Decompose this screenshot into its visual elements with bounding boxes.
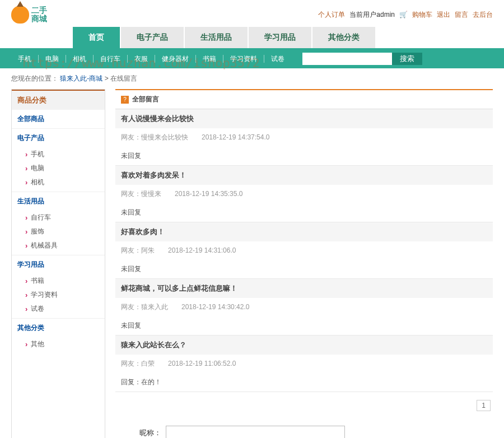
cart-link[interactable]: 购物车	[412, 10, 432, 20]
nav-tab[interactable]: 其他分类	[312, 27, 375, 48]
page-number[interactable]: 1	[477, 400, 491, 411]
logout-link[interactable]: 退出	[437, 10, 450, 20]
guestbook-link[interactable]: 留言	[455, 10, 468, 20]
message-title: 好喜欢多肉！	[115, 222, 493, 241]
sub-nav-link[interactable]: 衣服	[128, 55, 155, 63]
sub-nav-link[interactable]: 电脑	[39, 55, 66, 63]
logo-icon	[11, 6, 29, 24]
message-meta: 网友：白荣 2018-12-19 11:06:52.0	[115, 355, 493, 373]
message-title: 鲜花商城，可以多上点鲜花信息嘛！	[115, 279, 493, 298]
content: ? 全部留言 有人说慢慢来会比较快网友：慢慢来会比较快 2018-12-19 1…	[115, 89, 493, 438]
nav-tab[interactable]: 电子产品	[121, 27, 184, 48]
category-title[interactable]: 生活用品	[12, 192, 105, 211]
category-item[interactable]: 学习资料	[12, 288, 105, 302]
category-item[interactable]: 机械器具	[12, 239, 105, 253]
search-button[interactable]: 搜索	[392, 53, 422, 65]
nav-tab[interactable]: 首页	[73, 27, 120, 48]
message-meta: 网友：慢慢来会比较快 2018-12-19 14:37:54.0	[115, 128, 493, 147]
message-title: 喜欢对着多肉发呆！	[115, 166, 493, 185]
message-meta: 网友：猿来入此 2018-12-19 14:30:42.0	[115, 298, 493, 316]
category-title[interactable]: 学习用品	[12, 255, 105, 274]
sub-nav-link[interactable]: 手机	[11, 55, 39, 63]
sub-nav: 手机电脑相机自行车衣服健身器材书籍学习资料试卷 搜索	[0, 49, 504, 68]
pagination: 1	[115, 392, 493, 419]
backend-link[interactable]: 去后台	[473, 10, 493, 20]
category-title[interactable]: 全部商品	[12, 110, 105, 128]
category-title[interactable]: 电子产品	[12, 128, 105, 147]
search-input[interactable]	[302, 53, 392, 65]
section-icon: ?	[121, 96, 129, 104]
message-item: 鲜花商城，可以多上点鲜花信息嘛！网友：猿来入此 2018-12-19 14:30…	[115, 279, 493, 336]
message-title: 有人说慢慢来会比较快	[115, 109, 493, 128]
sub-nav-link[interactable]: 试卷	[264, 55, 291, 63]
message-meta: 网友：阿朱 2018-12-19 14:31:06.0	[115, 241, 493, 260]
category-item[interactable]: 手机	[12, 147, 105, 161]
message-title: 猿来入此站长在么？	[115, 336, 493, 355]
sub-nav-link[interactable]: 书籍	[196, 55, 223, 63]
nickname-label: 昵称：	[118, 426, 166, 438]
breadcrumb-current: 在线留言	[110, 74, 137, 82]
message-item: 喜欢对着多肉发呆！网友：慢慢来 2018-12-19 14:35:35.0未回复	[115, 166, 493, 222]
message-list: 有人说慢慢来会比较快网友：慢慢来会比较快 2018-12-19 14:37:54…	[115, 109, 493, 392]
breadcrumb-link[interactable]: 猿来入此-商城	[60, 74, 102, 82]
logo-text-2: 商城	[31, 15, 47, 23]
message-item: 有人说慢慢来会比较快网友：慢慢来会比较快 2018-12-19 14:37:54…	[115, 109, 493, 166]
sidebar: 商品分类 全部商品电子产品手机电脑相机生活用品自行车服饰机械器具学习用品书籍学习…	[11, 89, 105, 438]
category-item[interactable]: 服饰	[12, 225, 105, 239]
category-item[interactable]: 自行车	[12, 211, 105, 225]
message-meta: 网友：慢慢来 2018-12-19 14:35:35.0	[115, 185, 493, 203]
nickname-input[interactable]	[166, 426, 345, 438]
current-user-label: 当前用户admin	[349, 10, 395, 20]
category-item[interactable]: 其他	[12, 337, 105, 351]
nav-tab[interactable]: 生活用品	[185, 27, 248, 48]
sub-nav-link[interactable]: 学习资料	[223, 55, 264, 63]
section-title: 全部留言	[132, 95, 159, 104]
category-item[interactable]: 电脑	[12, 161, 105, 175]
logo-text-1: 二手	[31, 6, 47, 15]
cart-icon: 🛒	[399, 11, 408, 18]
sub-nav-link[interactable]: 自行车	[94, 55, 128, 63]
message-reply: 未回复	[115, 147, 493, 165]
message-item: 猿来入此站长在么？网友：白荣 2018-12-19 11:06:52.0回复：在…	[115, 336, 493, 392]
sidebar-header: 商品分类	[12, 90, 105, 110]
category-title[interactable]: 其他分类	[12, 318, 105, 337]
nav-tab[interactable]: 学习用品	[249, 27, 311, 48]
category-item[interactable]: 相机	[12, 175, 105, 189]
category-item[interactable]: 书籍	[12, 274, 105, 288]
personal-order-link[interactable]: 个人订单	[318, 10, 345, 20]
message-reply: 回复：在的！	[115, 373, 493, 392]
sub-nav-link[interactable]: 相机	[66, 55, 94, 63]
message-item: 好喜欢多肉！网友：阿朱 2018-12-19 14:31:06.0未回复	[115, 222, 493, 279]
message-form: 昵称： 留言内容： 提交留言	[115, 419, 493, 438]
message-reply: 未回复	[115, 316, 493, 335]
sub-nav-link[interactable]: 健身器材	[155, 55, 196, 63]
message-reply: 未回复	[115, 203, 493, 222]
category-item[interactable]: 试卷	[12, 302, 105, 316]
message-reply: 未回复	[115, 260, 493, 278]
breadcrumb: 您现在的位置： 猿来入此-商城 > 在线留言	[0, 68, 504, 89]
top-links: 个人订单 当前用户admin 🛒 购物车 退出 留言 去后台	[318, 10, 493, 20]
section-header: ? 全部留言	[115, 89, 493, 109]
nav-tabs: 首页电子产品生活用品学习用品其他分类	[0, 27, 504, 49]
logo[interactable]: 二手 商城	[11, 6, 47, 24]
